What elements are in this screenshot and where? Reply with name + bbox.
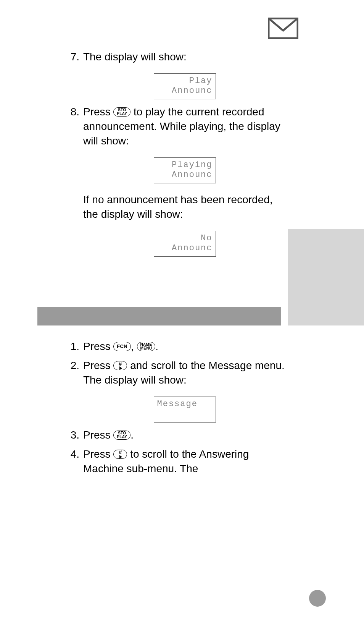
fcn-key-icon: FCN [113, 342, 131, 351]
key-label: FCN [117, 344, 127, 349]
text-segment: , [131, 340, 137, 352]
step-text: Press STOPLAY. [83, 428, 286, 442]
lcd-display: Playing Announc [154, 157, 216, 183]
section-divider [37, 307, 281, 325]
lcd-line1: Playing [157, 160, 213, 170]
lcd-display: Play Announc [154, 73, 216, 99]
step-2: 2. Press # and scroll to the Message men… [64, 358, 286, 423]
step-text: Press # and scroll to the Message menu. … [83, 358, 286, 387]
text-segment: Press [83, 340, 113, 352]
text-segment: . [130, 429, 134, 441]
step-continuation: If no announcement has been recorded, th… [83, 193, 286, 222]
step-number: 8. [64, 105, 79, 119]
step-text: The display will show: [83, 50, 286, 64]
step-7: 7. The display will show: Play Announc [64, 50, 286, 99]
step-number: 2. [64, 358, 79, 373]
step-text: Press # to scroll to the Answering Machi… [83, 447, 286, 476]
key-bot: PLAY [117, 435, 127, 439]
text-segment: Press [83, 359, 113, 371]
instruction-list-a: 7. The display will show: Play Announc 8… [64, 45, 286, 262]
key-bot: MENU [140, 347, 152, 350]
text-segment: . [155, 340, 158, 352]
page-number-dot [309, 590, 326, 607]
step-number: 1. [64, 339, 79, 354]
side-tab [288, 229, 364, 325]
lcd-display: Message [154, 397, 216, 423]
hash-key-icon: # [113, 361, 127, 370]
step-4: 4. Press # to scroll to the Answering Ma… [64, 447, 286, 476]
sto-play-key-icon: STOPLAY [113, 431, 130, 440]
lcd-line2: Announc [157, 243, 213, 253]
text-segment: Press [83, 106, 113, 118]
lcd-line2 [157, 409, 213, 419]
lcd-line1: Play [157, 76, 213, 86]
step-8: 8. Press STOPLAY to play the current rec… [64, 105, 286, 257]
envelope-icon [268, 18, 298, 39]
step-text: Press STOPLAY to play the current record… [83, 105, 286, 148]
right-triangle-icon [119, 455, 122, 459]
step-1: 1. Press FCN, NAMEMENU. [64, 339, 286, 354]
text-segment: Press [83, 448, 113, 460]
step-number: 3. [64, 428, 79, 442]
lcd-line2: Announc [157, 86, 213, 96]
lcd-display: No Announc [154, 231, 216, 257]
step-3: 3. Press STOPLAY. [64, 428, 286, 442]
key-label: # [119, 361, 122, 366]
instruction-list-b: 1. Press FCN, NAMEMENU. 2. Press # and s… [64, 335, 286, 476]
name-menu-key-icon: NAMEMENU [137, 342, 156, 351]
hash-key-icon: # [113, 450, 127, 459]
right-triangle-icon [119, 366, 122, 370]
key-label: # [119, 449, 122, 455]
lcd-line2: Announc [157, 170, 213, 180]
text-segment: Press [83, 429, 113, 441]
step-number: 4. [64, 447, 79, 461]
key-bot: PLAY [117, 112, 127, 116]
step-number: 7. [64, 50, 79, 64]
lcd-line1: Message [157, 399, 213, 409]
step-text: Press FCN, NAMEMENU. [83, 339, 286, 354]
sto-play-key-icon: STOPLAY [113, 107, 130, 117]
text-segment: If no announcement has been recorded, th… [83, 194, 273, 220]
lcd-line1: No [157, 233, 213, 243]
